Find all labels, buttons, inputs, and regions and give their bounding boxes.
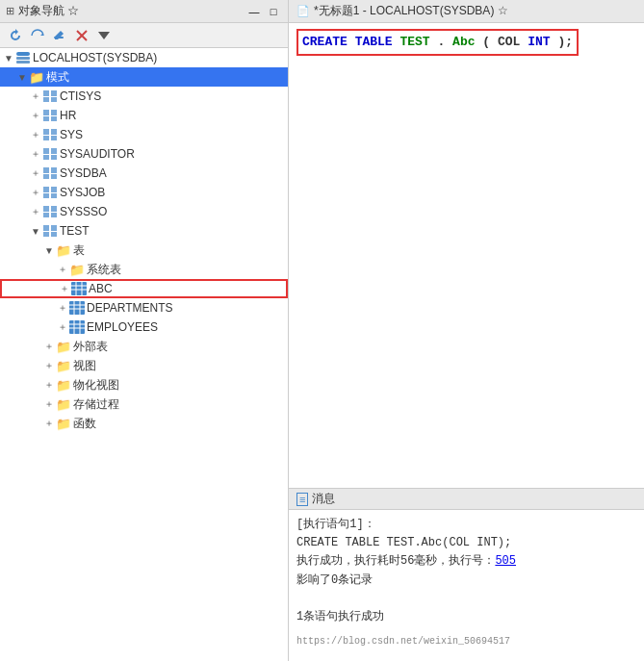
- svg-rect-33: [43, 213, 49, 217]
- svg-rect-31: [43, 206, 49, 212]
- views-folder-icon: 📁: [56, 358, 71, 373]
- tree-procedures[interactable]: ＋ 📁 存储过程: [0, 394, 288, 414]
- systables-folder-label: 系统表: [87, 262, 121, 278]
- editor-tab-label[interactable]: *无标题1 - LOCALHOST(SYSDBA) ☆: [314, 3, 508, 19]
- schemas-expand-icon[interactable]: ▼: [15, 70, 29, 84]
- external-label: 外部表: [73, 339, 108, 355]
- tree-systables-folder[interactable]: ＋ 📁 系统表: [0, 260, 288, 279]
- tree-materialized-views[interactable]: ＋ 📁 物化视图: [0, 375, 288, 394]
- svg-rect-30: [51, 193, 57, 198]
- sysjob-expand-icon[interactable]: ＋: [29, 186, 42, 199]
- ctisys-expand-icon[interactable]: ＋: [29, 89, 42, 103]
- svg-rect-11: [43, 110, 49, 115]
- departments-expand-icon[interactable]: ＋: [56, 301, 69, 315]
- root-label: LOCALHOST(SYSDBA): [33, 51, 157, 64]
- tree-root[interactable]: ▼ LOCALHOST(SYSDBA): [0, 48, 288, 67]
- table-abc: Abc: [452, 35, 475, 49]
- tables-expand-icon[interactable]: ▼: [42, 243, 56, 257]
- views-expand-icon[interactable]: ＋: [42, 359, 56, 372]
- tree-sysjob[interactable]: ＋ SYSJOB: [0, 183, 288, 202]
- svg-rect-23: [43, 167, 49, 173]
- departments-table-icon: [69, 300, 85, 316]
- nav-icon: ⊞: [6, 5, 14, 17]
- abc-expand-icon[interactable]: ＋: [58, 282, 71, 295]
- matviews-label: 物化视图: [73, 377, 119, 394]
- tree-sysauditor[interactable]: ＋ SYSAUDITOR: [0, 144, 288, 164]
- tree-sysdba[interactable]: ＋ SYSDBA: [0, 164, 288, 183]
- tree-ctisys[interactable]: ＋ CTISYS: [0, 87, 288, 106]
- hr-label: HR: [60, 109, 76, 122]
- root-expand-icon[interactable]: ▼: [2, 51, 15, 64]
- panel-header: ⊞ 对象导航 ☆ — □: [0, 0, 288, 23]
- test-expand-icon[interactable]: ▼: [29, 224, 42, 238]
- abc-table-icon: [71, 281, 87, 296]
- sys-expand-icon[interactable]: ＋: [29, 128, 42, 141]
- test-label: TEST: [60, 224, 90, 238]
- tree-abc-table[interactable]: ＋ ABC: [0, 279, 288, 298]
- syssso-label: SYSSSO: [60, 205, 107, 218]
- hr-expand-icon[interactable]: ＋: [29, 109, 42, 122]
- svg-rect-13: [43, 116, 49, 121]
- editor-header: 📄 *无标题1 - LOCALHOST(SYSDBA) ☆: [289, 0, 644, 23]
- tree-views[interactable]: ＋ 📁 视图: [0, 356, 288, 375]
- tables-folder-label: 表: [73, 242, 85, 259]
- tree-sys[interactable]: ＋ SYS: [0, 125, 288, 144]
- svg-rect-29: [43, 193, 49, 198]
- sys-label: SYS: [60, 128, 83, 141]
- execution-id-link[interactable]: 505: [495, 554, 516, 568]
- maximize-button[interactable]: □: [265, 3, 282, 20]
- sysdba-expand-icon[interactable]: ＋: [29, 166, 42, 180]
- dot: .: [437, 35, 445, 49]
- tree-schemas[interactable]: ▼ 📁 模式: [0, 67, 288, 87]
- menu-button[interactable]: [94, 26, 114, 45]
- matviews-expand-icon[interactable]: ＋: [42, 378, 56, 392]
- svg-rect-12: [51, 110, 57, 115]
- tree-tables-folder[interactable]: ▼ 📁 表: [0, 241, 288, 260]
- svg-rect-20: [51, 148, 57, 154]
- svg-rect-32: [51, 206, 57, 212]
- functions-expand-icon[interactable]: ＋: [42, 417, 56, 430]
- procedures-folder-icon: 📁: [56, 396, 71, 412]
- minimize-button[interactable]: —: [245, 3, 263, 20]
- matviews-folder-icon: 📁: [56, 377, 71, 393]
- paren-close: );: [557, 35, 573, 49]
- svg-rect-27: [43, 187, 49, 192]
- procedures-label: 存储过程: [73, 396, 119, 413]
- sync-button[interactable]: [28, 26, 47, 45]
- tree-departments-table[interactable]: ＋ DEPARTMENTS: [0, 298, 288, 318]
- root-db-icon: [15, 50, 31, 65]
- messages-header: ≡ 消息: [289, 489, 644, 510]
- procedures-expand-icon[interactable]: ＋: [42, 397, 56, 411]
- functions-label: 函数: [73, 416, 96, 432]
- sysauditor-expand-icon[interactable]: ＋: [29, 147, 42, 161]
- tree-syssso[interactable]: ＋ SYSSSO: [0, 202, 288, 221]
- editor-icon: 📄: [296, 5, 310, 17]
- tree-external-tables[interactable]: ＋ 📁 外部表: [0, 337, 288, 356]
- messages-icon: ≡: [296, 493, 308, 506]
- syssso-expand-icon[interactable]: ＋: [29, 205, 42, 218]
- systables-folder-icon: 📁: [69, 262, 85, 277]
- svg-rect-4: [16, 52, 30, 56]
- edit-button[interactable]: [50, 26, 69, 45]
- svg-rect-34: [51, 213, 57, 217]
- tree-container[interactable]: ▼ LOCALHOST(SYSDBA) ▼ 📁 模式 ＋: [0, 48, 288, 661]
- close-tree-button[interactable]: [72, 26, 91, 45]
- test-schema-icon: [42, 223, 58, 239]
- tree-functions[interactable]: ＋ 📁 函数: [0, 414, 288, 433]
- editor-content[interactable]: CREATE TABLE TEST . Abc ( COL INT );: [289, 23, 644, 488]
- col-name: COL: [498, 35, 520, 49]
- tree-hr[interactable]: ＋ HR: [0, 106, 288, 125]
- tree-employees-table[interactable]: ＋ EMPLOYEES: [0, 318, 288, 337]
- functions-folder-icon: 📁: [56, 416, 71, 431]
- schemas-folder-icon: 📁: [29, 69, 44, 85]
- tables-folder-icon: 📁: [56, 242, 71, 258]
- employees-expand-icon[interactable]: ＋: [56, 320, 69, 334]
- refresh-button[interactable]: [6, 26, 25, 45]
- hr-schema-icon: [42, 108, 58, 123]
- external-expand-icon[interactable]: ＋: [42, 340, 56, 353]
- left-panel: ⊞ 对象导航 ☆ — □: [0, 0, 289, 661]
- svg-rect-18: [51, 136, 57, 140]
- tree-test[interactable]: ▼ TEST: [0, 221, 288, 241]
- svg-rect-10: [51, 97, 57, 102]
- systables-expand-icon[interactable]: ＋: [56, 263, 69, 276]
